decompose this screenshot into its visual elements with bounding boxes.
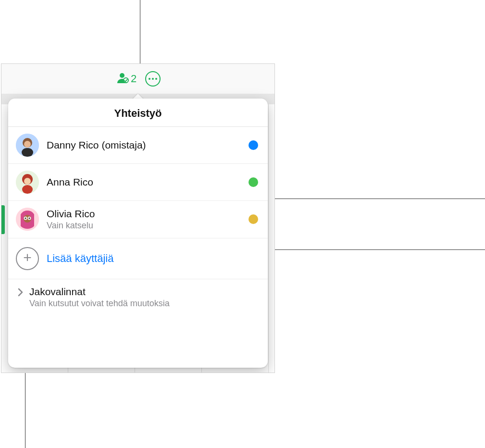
more-icon: [145, 71, 161, 87]
collaboration-count: 2: [131, 73, 137, 85]
more-button[interactable]: [145, 71, 161, 87]
avatar: [16, 171, 39, 194]
svg-point-10: [24, 178, 31, 185]
toolbar: 2: [1, 64, 274, 94]
screenshot-canvas: 2 Yhteistyö: [0, 0, 485, 448]
callout-line-collab-button: [140, 0, 140, 63]
sheet-tab-indicator: [1, 205, 5, 234]
callout-line-status-dot: [252, 199, 485, 199]
participant-row[interactable]: Olivia Rico Vain katselu: [8, 201, 268, 238]
chevron-right-icon: [16, 288, 25, 297]
plus-icon: [16, 247, 39, 270]
status-dot: [249, 177, 258, 187]
svg-point-16: [29, 218, 30, 219]
status-dot: [249, 214, 258, 224]
person-icon: [115, 71, 129, 87]
popover-title: Yhteistyö: [8, 99, 268, 127]
add-people-row[interactable]: Lisää käyttäjiä: [8, 238, 268, 279]
avatar: [16, 134, 39, 157]
collaboration-popover: Yhteistyö Dann: [8, 99, 268, 368]
participant-row[interactable]: Danny Rico (omistaja): [8, 127, 268, 164]
collaboration-button[interactable]: 2: [115, 71, 137, 87]
share-options-subtitle: Vain kutsutut voivat tehdä muutoksia: [29, 299, 170, 309]
app-window: 2 Yhteistyö: [1, 63, 275, 373]
svg-point-0: [120, 73, 124, 78]
add-people-label: Lisää käyttäjiä: [47, 252, 113, 265]
share-options-title: Jakovalinnat: [29, 286, 170, 298]
avatar: [16, 208, 39, 231]
svg-rect-5: [22, 148, 33, 157]
callout-line-share-options: [25, 373, 25, 448]
svg-point-6: [24, 141, 31, 148]
participant-name: Olivia Rico: [47, 208, 241, 220]
svg-rect-9: [22, 185, 33, 194]
svg-point-15: [25, 218, 26, 219]
participants-list: Danny Rico (omistaja): [8, 127, 268, 238]
participant-row[interactable]: Anna Rico: [8, 164, 268, 201]
participant-subtitle: Vain katselu: [47, 221, 241, 231]
participant-name: Danny Rico (omistaja): [47, 139, 241, 151]
share-options-row[interactable]: Jakovalinnat Vain kutsutut voivat tehdä …: [8, 279, 268, 317]
status-dot: [249, 140, 258, 150]
participant-name: Anna Rico: [47, 176, 241, 188]
